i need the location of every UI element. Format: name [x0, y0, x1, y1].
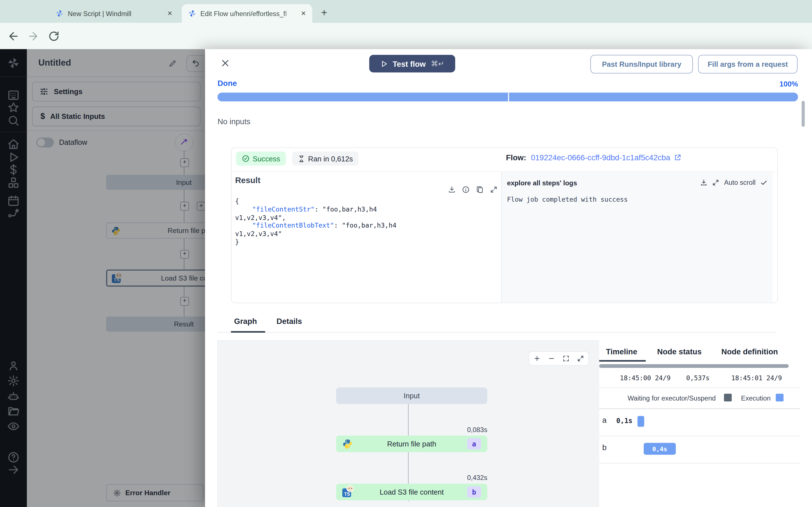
screenshot-root: New Script | Windmill ✕ Edit Flow u/henr…: [0, 0, 812, 507]
graph-zoom-controls: [529, 351, 589, 365]
duration-label: Ran in 0,612s: [308, 154, 353, 163]
tab-timeline[interactable]: Timeline: [606, 347, 637, 356]
flow-label: Flow:: [506, 153, 526, 162]
test-flow-label: Test flow: [393, 59, 426, 68]
tab-title: New Script | Windmill: [68, 10, 161, 17]
active-tab-underline: [231, 331, 265, 333]
forward-icon[interactable]: [27, 30, 40, 43]
legend-waiting-swatch: [724, 394, 732, 402]
fit-view-icon[interactable]: [562, 355, 570, 362]
status-badge: Success: [236, 152, 286, 166]
tab-graph[interactable]: Graph: [234, 317, 257, 325]
result-card-body: Result {"fileContentStr": "foo,bar,h3,h4…: [232, 171, 776, 303]
legend-waiting-label: Waiting for executor/Suspend: [627, 394, 716, 402]
drawer-scrollbar-thumb[interactable]: [802, 101, 805, 127]
step-id: a: [602, 415, 606, 424]
test-flow-drawer: Test flow ⌘↵ Past Runs/Input library Fil…: [205, 49, 812, 507]
timeline-time-axis: 18:45:00 24/9 0,537s 18:45:01 24/9: [599, 368, 800, 388]
step-time: 0,1s: [616, 417, 633, 425]
zoom-out-icon[interactable]: [548, 355, 555, 362]
windmill-favicon: [188, 9, 196, 17]
expand-icon[interactable]: [712, 179, 719, 186]
start-time: 18:45:00 24/9: [620, 374, 671, 382]
node-label: Return file path: [387, 440, 436, 448]
timeline-panel: Timeline Node status Node definition 18:…: [599, 341, 800, 507]
execution-bar: [638, 416, 644, 427]
graph-node-s3[interactable]: TS Load S3 file content b: [336, 484, 487, 500]
download-icon[interactable]: [700, 179, 708, 186]
legend-execution-label: Execution: [741, 394, 770, 402]
step-id-badge: b: [467, 487, 481, 498]
total-duration: 0,537s: [686, 374, 710, 382]
download-icon[interactable]: [448, 186, 456, 193]
close-icon[interactable]: [220, 59, 230, 68]
modal-backdrop[interactable]: [0, 49, 205, 507]
reload-icon[interactable]: [48, 30, 60, 43]
end-time: 18:45:01 24/9: [731, 374, 782, 382]
run-result-card: Success Ran in 0,612s Flow: 019224ec-066…: [231, 147, 778, 303]
legend-execution-swatch: [776, 394, 783, 402]
status-done-label: Done: [217, 78, 237, 87]
step-duration: 0,083s: [394, 426, 488, 434]
progress-step-divider: [508, 93, 509, 101]
step-id-badge: a: [467, 438, 481, 450]
result-pane: Result {"fileContentStr": "foo,bar,h3,h4…: [232, 172, 501, 303]
timeline-row-b: b 0,4s: [599, 436, 800, 464]
no-inputs-text: No inputs: [217, 117, 250, 126]
progress-bar: [217, 93, 798, 101]
fullscreen-icon[interactable]: [577, 355, 584, 362]
past-runs-button[interactable]: Past Runs/Input library: [591, 55, 693, 73]
node-label: Input: [404, 392, 420, 400]
flow-id-row: Flow: 019224ec-0666-ccff-9dbd-1c1af5c42c…: [506, 153, 681, 162]
timeline-row-a: a 0,1s: [599, 408, 800, 436]
result-json: {"fileContentStr": "foo,bar,h3,h4v1,v2,v…: [235, 197, 497, 246]
info-icon[interactable]: [462, 186, 470, 193]
windmill-favicon: [56, 9, 64, 17]
browser-tab-inactive[interactable]: New Script | Windmill ✕: [49, 4, 179, 23]
logs-title: explore all steps' logs: [507, 179, 577, 187]
shortcut-hint: ⌘↵: [431, 59, 444, 68]
graph-node-input[interactable]: Input: [336, 388, 487, 404]
check-circle-icon: [242, 155, 250, 163]
flow-id-link[interactable]: 019224ec-0666-ccff-9dbd-1c1af5c42cba: [531, 153, 670, 162]
tab-details[interactable]: Details: [276, 317, 302, 325]
tab-node-definition[interactable]: Node definition: [721, 347, 778, 356]
tab-baseline: [217, 332, 777, 333]
execution-bar: 0,4s: [644, 443, 676, 455]
logs-toolbar: Auto scroll: [700, 179, 767, 186]
hourglass-icon: [298, 155, 305, 162]
typescript-bun-icon: TS: [342, 487, 353, 497]
node-label: Load S3 file content: [380, 488, 444, 496]
check-icon[interactable]: [760, 179, 767, 186]
external-link-icon[interactable]: [674, 154, 682, 162]
browser-tab-active[interactable]: Edit Flow u/henri/effortless_fl ✕: [182, 4, 312, 23]
log-line: Flow job completed with success: [507, 195, 628, 203]
duration-badge: Ran in 0,612s: [292, 152, 359, 166]
tab-title: Edit Flow u/henri/effortless_fl: [200, 10, 295, 17]
graph-node-python[interactable]: Return file path a: [336, 436, 487, 452]
python-icon: [342, 439, 353, 449]
copy-clipboard-icon[interactable]: [476, 186, 484, 193]
zoom-in-icon[interactable]: [534, 355, 541, 362]
status-badge-label: Success: [253, 154, 280, 163]
tab-node-status[interactable]: Node status: [657, 347, 702, 356]
tab-close-icon[interactable]: ✕: [165, 9, 174, 18]
expand-icon[interactable]: [490, 186, 498, 193]
new-tab-button[interactable]: +: [317, 5, 331, 19]
browser-toolbar: app.windmill.dev/flows/edit/u/henri/effo…: [0, 23, 812, 49]
result-toolbar: [448, 186, 498, 193]
browser-tab-bar: New Script | Windmill ✕ Edit Flow u/henr…: [0, 0, 812, 23]
auto-scroll-label[interactable]: Auto scroll: [724, 179, 755, 186]
progress-percent: 100%: [779, 80, 798, 88]
flow-graph-viewport[interactable]: Input 0,083s Return file path a 0,432s T…: [217, 341, 600, 507]
step-id: b: [602, 443, 606, 452]
tab-close-icon[interactable]: ✕: [299, 9, 308, 18]
logs-pane: explore all steps' logs Auto scroll Flow…: [501, 172, 772, 303]
test-flow-button[interactable]: Test flow ⌘↵: [369, 55, 455, 72]
app-window: Untitled Settings $ All Static Inputs Da…: [0, 49, 812, 507]
timeline-scrollbar[interactable]: [599, 364, 789, 368]
result-title: Result: [235, 176, 260, 185]
step-duration: 0,432s: [394, 474, 488, 482]
fill-args-button[interactable]: Fill args from a request: [698, 55, 798, 73]
back-icon[interactable]: [7, 30, 20, 43]
